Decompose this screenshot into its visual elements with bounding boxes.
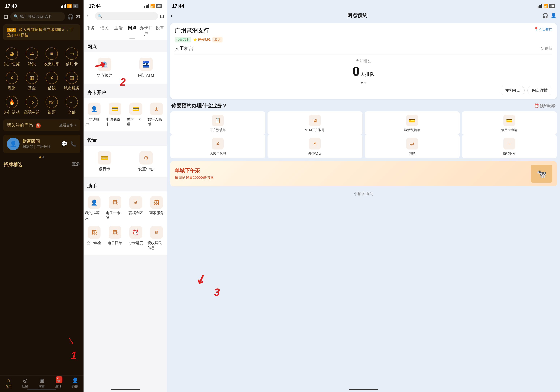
- icon-cell-transfer[interactable]: ⇄ 转账: [22, 45, 42, 69]
- icon-cell-credit[interactable]: ▭ 信用卡: [62, 45, 82, 69]
- digital-rmb[interactable]: ⊕ 数字人民币: [146, 100, 167, 130]
- icon-cell-fund[interactable]: ▦ 基金: [22, 69, 42, 93]
- top-nav-3: ‹ 网点预约 🎧 👤: [167, 10, 560, 21]
- search-input-wrap[interactable]: 🔍 线上升级金葵花卡: [10, 12, 65, 21]
- featured-more[interactable]: 更多: [72, 162, 80, 168]
- back-button-3[interactable]: ‹: [171, 12, 172, 19]
- merchant-service-label: 商家服务: [149, 210, 164, 215]
- search-box-2[interactable]: 🔍: [95, 12, 158, 20]
- icon-cell-loan[interactable]: ¥ 借钱: [42, 69, 62, 93]
- card-progress[interactable]: ⏰ 办卡进度: [125, 223, 146, 253]
- status-bar-3: 17:44 📶 30: [167, 0, 560, 10]
- icon-cell-transactions[interactable]: ≡ 收支明细: [42, 45, 62, 69]
- location-icon: 📍: [534, 27, 539, 32]
- branch-detail-button[interactable]: 网点详情: [528, 86, 552, 95]
- merchant-service[interactable]: 🖼 商家服务: [146, 193, 167, 223]
- foreign-withdraw[interactable]: $ 外币取现: [268, 135, 363, 158]
- back-button-2[interactable]: ‹: [87, 13, 93, 19]
- icon-cell-finance[interactable]: ¥ 理财: [2, 69, 22, 93]
- branch-appointment[interactable]: 🏦 网点预约: [84, 54, 125, 82]
- open-account-form[interactable]: 📋 开户预填单: [170, 111, 265, 135]
- search-placeholder: 线上升级金葵花卡: [20, 14, 52, 19]
- my-products[interactable]: 我关注的产品 5 查看更多 >: [3, 119, 80, 131]
- icon-cell-all[interactable]: ··· 全部: [62, 93, 82, 117]
- hk-card[interactable]: 💳 香港一卡通: [125, 100, 146, 130]
- chat-icon[interactable]: 💬: [61, 141, 67, 147]
- nav-home[interactable]: ⌂ 首页: [0, 377, 17, 388]
- fund-icon: ▦: [26, 72, 38, 84]
- week-badge: 周三5折: [56, 376, 62, 383]
- distance-label: 📍 4.14km: [534, 27, 552, 32]
- icon-cell-accounts[interactable]: ◕ 账户总览: [2, 45, 22, 69]
- bank-card-setting[interactable]: 💳 银行卡: [84, 148, 125, 175]
- enterprise-pension[interactable]: 🖼 企业年金: [84, 223, 104, 253]
- section-card-open: 办卡开户: [84, 86, 167, 98]
- tab-branch[interactable]: 网点: [125, 23, 139, 38]
- wealth-icon: ▣: [40, 377, 44, 383]
- view-more-link[interactable]: 查看更多 >: [59, 123, 77, 128]
- nav-life[interactable]: 🛍 周三5折 生活: [50, 377, 67, 388]
- promo-banner[interactable]: 羊城下午茶 每周抢限量20000份惊喜 🐄: [170, 161, 557, 186]
- headphone-icon-3[interactable]: 🎧: [542, 13, 548, 19]
- tax-info-icon: 税: [150, 226, 163, 239]
- e-receipt[interactable]: 🖼 电子回单: [104, 223, 125, 253]
- tab-service[interactable]: 服务: [84, 23, 98, 38]
- activate-form[interactable]: 💳 激活预填单: [365, 111, 460, 135]
- message-icon[interactable]: ✉: [76, 14, 80, 20]
- tab-card[interactable]: 办卡开户: [139, 23, 153, 38]
- yiwangtong[interactable]: 👤 一网通账户: [84, 100, 104, 130]
- e-card[interactable]: 🖼 电子一卡通: [104, 193, 125, 223]
- queue-info: 当前排队 0 人排队: [175, 57, 552, 80]
- nav-mine[interactable]: 👤 我的: [67, 377, 83, 388]
- message-button-2[interactable]: ⊡: [160, 13, 164, 19]
- my-referrer[interactable]: 👤 我的推荐人: [84, 193, 104, 223]
- featured-section: 招牌精选 更多: [0, 160, 83, 170]
- nearby-atm[interactable]: 🏧 附近ATM: [125, 54, 167, 82]
- transfer-service[interactable]: ⇄ 转账: [365, 135, 460, 158]
- activate-label: 激活预填单: [404, 128, 420, 132]
- headphone-icon[interactable]: 🎧: [67, 14, 74, 20]
- record-link[interactable]: ⏰ 预约记录: [534, 103, 556, 108]
- rating-value: 评分9.92: [198, 37, 210, 42]
- profile-icon-3[interactable]: 👤: [550, 13, 556, 19]
- refresh-button[interactable]: ↻ 刷新: [540, 46, 552, 51]
- banner-1[interactable]: 头条 多人办签证最高立减399元，可叠加M+权益: [3, 24, 80, 40]
- transfer-service-label: 转账: [409, 151, 415, 155]
- bottom-service-link[interactable]: 小柚客服问: [167, 189, 560, 198]
- promo-text: 羊城下午茶 每周抢限量20000份惊喜: [175, 167, 214, 180]
- loan-icon: ¥: [46, 72, 58, 84]
- nav-wealth[interactable]: ▣ 财富: [33, 377, 50, 388]
- nav-community[interactable]: ◎ 社区: [17, 377, 33, 388]
- advisor-branch: 闵家兴 | 广州分行: [22, 144, 58, 149]
- tab-convenient[interactable]: 便民: [98, 23, 111, 38]
- banner-text: 多人办签证最高立减399元，可叠加M+权益: [7, 27, 73, 37]
- refresh-icon: ↻: [540, 46, 544, 51]
- finance-label: 理财: [8, 86, 16, 91]
- section-helper: 助手: [84, 179, 167, 191]
- rmb-withdraw[interactable]: ¥ 人民币取现: [170, 135, 265, 158]
- icon-cell-food[interactable]: 🍽 饭票: [42, 93, 62, 117]
- icon-cell-premium[interactable]: ◇ 高端权益: [22, 93, 42, 117]
- vtm-number[interactable]: 🖥 VTM开户取号: [268, 111, 363, 135]
- book-number[interactable]: ··· 预约取号: [462, 135, 557, 158]
- atm-icon: 🏧: [139, 57, 153, 71]
- phone-icon[interactable]: 📞: [70, 141, 77, 147]
- settings-grid: 💳 银行卡 ⚙ 设置中心: [84, 146, 167, 177]
- apply-card[interactable]: 💳 申请储蓄卡: [104, 100, 125, 130]
- battery-icon: 30: [73, 4, 79, 8]
- switch-branch-button[interactable]: 切换网点: [500, 86, 525, 95]
- setting-center[interactable]: ⚙ 设置中心: [125, 148, 167, 175]
- branch-name: 广州琶洲支行: [175, 27, 209, 35]
- scan-icon[interactable]: ⊡: [4, 14, 8, 20]
- tax-info[interactable]: 税 税收居民信息: [146, 223, 167, 253]
- battery-icon-2: 30: [156, 4, 162, 8]
- transfer-label: 转账: [28, 61, 36, 67]
- credit-apply[interactable]: 💳 信用卡申请: [462, 111, 557, 135]
- icon-cell-city[interactable]: ▤ 城市服务: [62, 69, 82, 93]
- icon-cell-activities[interactable]: 🔥 热门活动: [2, 93, 22, 117]
- status-icons-2: 📶 30: [144, 4, 162, 9]
- mine-label: 我的: [72, 384, 79, 388]
- salary-zone[interactable]: ¥ 薪福专区: [125, 193, 146, 223]
- tab-life[interactable]: 生活: [111, 23, 125, 38]
- tab-settings[interactable]: 设置: [153, 23, 167, 38]
